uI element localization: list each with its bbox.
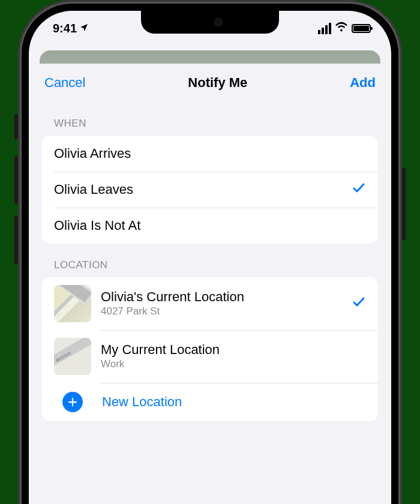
option-label: Olivia Leaves bbox=[54, 182, 352, 197]
notch bbox=[141, 11, 279, 34]
add-button[interactable]: Add bbox=[350, 75, 376, 91]
map-thumbnail-icon bbox=[54, 338, 91, 375]
new-location-button[interactable]: New Location bbox=[42, 383, 378, 421]
location-option-olivia[interactable]: Olivia's Current Location 4027 Park St bbox=[42, 277, 378, 330]
map-thumbnail-icon bbox=[54, 285, 91, 322]
screen: 9:41 Cancel Notify Me Add bbox=[29, 11, 391, 504]
location-subtitle: Work bbox=[101, 358, 366, 371]
battery-icon bbox=[352, 24, 371, 33]
location-title: Olivia's Current Location bbox=[101, 289, 352, 305]
status-time: 9:41 bbox=[53, 22, 77, 35]
power-button bbox=[402, 168, 406, 240]
location-services-icon bbox=[79, 22, 89, 35]
when-option-not-at[interactable]: Olivia Is Not At bbox=[42, 208, 378, 244]
plus-circle-icon bbox=[62, 392, 83, 412]
front-camera bbox=[214, 18, 223, 26]
location-option-mine[interactable]: My Current Location Work bbox=[42, 330, 378, 383]
sheet-title: Notify Me bbox=[188, 75, 247, 91]
new-location-label: New Location bbox=[102, 394, 182, 410]
volume-down-button bbox=[14, 216, 18, 264]
location-subtitle: 4027 Park St bbox=[101, 305, 352, 318]
wifi-icon bbox=[335, 22, 348, 35]
mute-switch bbox=[14, 114, 18, 139]
option-label: Olivia Arrives bbox=[54, 146, 366, 161]
location-section-header: LOCATION bbox=[29, 244, 391, 277]
location-group: Olivia's Current Location 4027 Park St M… bbox=[42, 277, 378, 421]
checkmark-icon bbox=[352, 181, 366, 199]
when-option-arrives[interactable]: Olivia Arrives bbox=[42, 136, 378, 172]
modal-sheet: Cancel Notify Me Add WHEN Olivia Arrives… bbox=[29, 64, 391, 504]
when-section-header: WHEN bbox=[29, 102, 391, 136]
phone-frame: 9:41 Cancel Notify Me Add bbox=[18, 0, 402, 504]
option-label: Olivia Is Not At bbox=[54, 218, 366, 233]
when-group: Olivia Arrives Olivia Leaves Olivia Is N… bbox=[42, 136, 378, 244]
checkmark-icon bbox=[352, 295, 366, 313]
cancel-button[interactable]: Cancel bbox=[44, 75, 85, 91]
nav-bar: Cancel Notify Me Add bbox=[29, 64, 391, 102]
location-title: My Current Location bbox=[101, 342, 366, 358]
cellular-signal-icon bbox=[318, 23, 331, 34]
when-option-leaves[interactable]: Olivia Leaves bbox=[42, 172, 378, 208]
volume-up-button bbox=[14, 156, 18, 204]
